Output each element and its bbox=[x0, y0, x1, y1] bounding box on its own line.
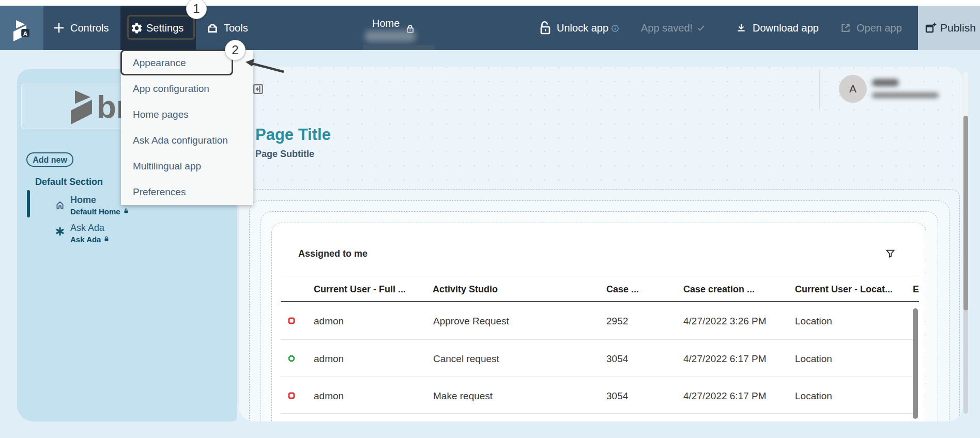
svg-text:A: A bbox=[23, 30, 27, 37]
